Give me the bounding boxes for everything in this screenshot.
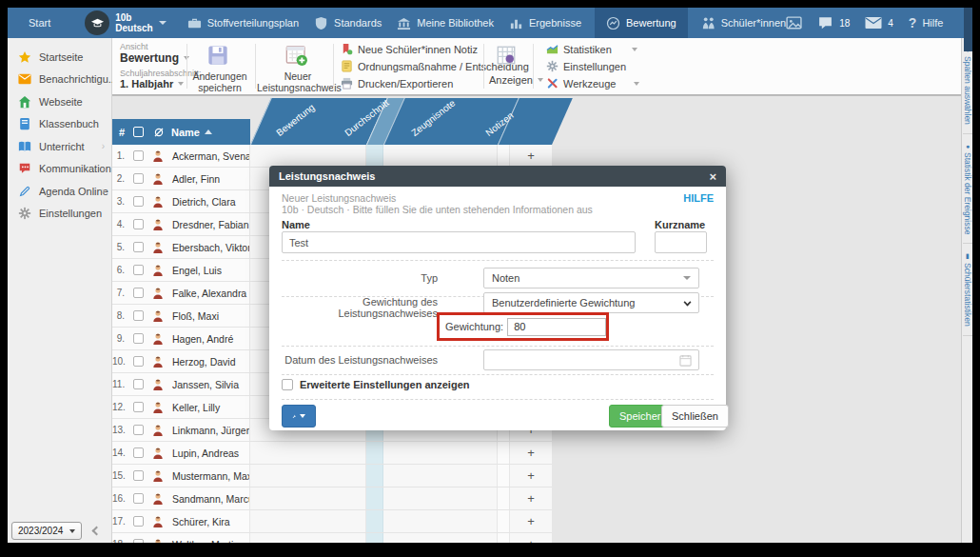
nav-start[interactable]: Start (29, 17, 50, 29)
bewertung-cell[interactable] (250, 510, 366, 532)
sidebar-item-klassenbuch[interactable]: Klassenbuch (8, 113, 111, 136)
sidebar-item-benachrichtigungen[interactable]: Benachrichtigu... (8, 69, 111, 91)
row-checkbox[interactable] (133, 219, 144, 229)
avatar[interactable] (150, 401, 165, 414)
avatar[interactable] (150, 355, 165, 368)
row-checkbox[interactable] (133, 288, 144, 298)
zeugnisnote-cell[interactable] (383, 487, 498, 509)
print-export-button[interactable]: Drucken/Exportieren (341, 77, 453, 90)
datum-input[interactable] (483, 349, 699, 370)
gewichtung-input[interactable]: 80 (507, 318, 606, 336)
nav-hilfe[interactable]: ? Hilfe (909, 15, 944, 30)
nav-stoffverteilungsplan[interactable]: Stoffverteilungsplan (187, 16, 299, 30)
sidebar-item-agenda[interactable]: Agenda Online › (8, 180, 111, 203)
typ-dropdown[interactable]: Noten (483, 268, 699, 288)
avatar[interactable] (150, 492, 165, 506)
student-name[interactable]: Dietrich, Clara (165, 190, 250, 212)
nav-schueler[interactable]: Schüler*innen (701, 16, 787, 30)
bewertung-cell[interactable] (250, 487, 366, 509)
row-checkbox[interactable] (133, 196, 144, 207)
student-name[interactable]: Falke, Alexandra (165, 282, 250, 304)
row-checkbox[interactable] (133, 242, 144, 252)
bewertung-cell[interactable] (250, 533, 366, 543)
schliessen-button[interactable]: Schließen (661, 405, 729, 428)
column-header-name[interactable]: Name (167, 127, 212, 138)
kurzname-input[interactable] (655, 231, 707, 253)
name-input[interactable]: Test (282, 231, 636, 253)
avatar[interactable] (150, 218, 165, 231)
row-checkbox[interactable] (133, 265, 144, 275)
student-name[interactable]: Lupin, Andreas (165, 442, 250, 464)
student-name[interactable]: Keller, Lilly (165, 396, 250, 418)
row-checkbox[interactable] (133, 150, 144, 161)
ansicht-dropdown[interactable]: Bewertung (120, 51, 202, 65)
chat-icon[interactable] (817, 15, 833, 31)
avatar[interactable] (150, 241, 165, 254)
student-name[interactable]: Linkmann, Jürgen (165, 419, 250, 441)
avatar[interactable] (150, 172, 165, 186)
zeugnisnote-cell[interactable] (383, 145, 498, 167)
erweitert-checkbox-row[interactable]: Erweiterte Einstellungen anzeigen (282, 379, 470, 390)
statistik-ereignisse-tab[interactable]: ● Statistik der Ereignisse (963, 134, 972, 244)
avatar[interactable] (150, 469, 165, 483)
student-name[interactable]: Mustermann, Max (165, 465, 250, 487)
gewichtung-dropdown[interactable]: Benutzerdefinierte Gewichtung (483, 292, 699, 313)
nav-standards[interactable]: Standards (314, 16, 382, 30)
new-note-button[interactable]: Neue Schüler*innen Notiz (341, 43, 478, 55)
add-note-button[interactable]: + (510, 465, 552, 487)
student-name[interactable]: Ackerman, Svena (165, 145, 250, 167)
add-note-button[interactable]: + (510, 510, 552, 532)
row-checkbox[interactable] (133, 356, 144, 367)
nav-bibliothek[interactable]: Meine Bibliothek (397, 16, 494, 30)
photo-toggle-icon[interactable] (150, 127, 167, 138)
close-icon[interactable]: × (709, 169, 716, 184)
zeugnisnote-cell[interactable] (383, 442, 498, 464)
sidebar-item-einstellungen[interactable]: Einstellungen (8, 203, 111, 226)
user-menu[interactable]: Sie sind angemeldet als Donna Schreiber (964, 8, 972, 51)
student-name[interactable]: Dresdner, Fabian (165, 213, 250, 235)
image-icon[interactable] (786, 15, 802, 31)
student-name[interactable]: Janssen, Silvia (165, 373, 250, 395)
add-note-button[interactable]: + (510, 487, 552, 509)
spalten-auswaehlen-tab[interactable]: ▼ Spalten auswählen (963, 38, 972, 134)
zeugnisnote-cell[interactable] (383, 533, 498, 543)
row-checkbox[interactable] (133, 539, 144, 543)
student-name[interactable]: Hagen, André (165, 328, 250, 349)
row-checkbox[interactable] (133, 310, 144, 321)
select-all-checkbox[interactable] (133, 127, 144, 137)
sidebar-item-webseite[interactable]: Webseite (8, 90, 111, 113)
avatar[interactable] (150, 538, 165, 544)
row-checkbox[interactable] (133, 448, 144, 458)
row-checkbox[interactable] (133, 493, 144, 504)
school-year-select[interactable]: 2023/2024 (11, 522, 82, 540)
avatar[interactable] (150, 149, 165, 163)
avatar[interactable] (150, 515, 165, 528)
avatar[interactable] (150, 447, 165, 460)
erweitert-checkbox[interactable] (282, 379, 293, 390)
row-checkbox[interactable] (133, 173, 144, 184)
avatar[interactable] (150, 378, 165, 391)
row-checkbox[interactable] (133, 402, 144, 412)
add-note-button[interactable]: + (510, 442, 552, 464)
student-name[interactable]: Walther, Martin (165, 533, 250, 543)
student-name[interactable]: Schürer, Kira (165, 510, 250, 532)
sidebar-item-startseite[interactable]: Startseite (8, 46, 111, 69)
bewertung-cell[interactable] (250, 442, 366, 464)
avatar[interactable] (150, 264, 165, 277)
class-selector[interactable]: 10b Deutsch (85, 10, 166, 35)
student-name[interactable]: Sandmann, Marcus (165, 487, 250, 509)
avatar[interactable] (150, 287, 165, 300)
student-name[interactable]: Floß, Maxi (165, 305, 250, 327)
hilfe-link[interactable]: HILFE (683, 192, 714, 204)
wrench-menu-button[interactable] (282, 405, 316, 428)
sidebar-item-unterricht[interactable]: Unterricht › (8, 135, 111, 158)
statistiken-dropdown[interactable]: Statistiken (546, 43, 637, 55)
bewertung-cell[interactable] (250, 465, 366, 487)
mail-icon[interactable] (865, 16, 882, 30)
einstellungen-button[interactable]: Einstellungen (546, 60, 626, 72)
row-checkbox[interactable] (133, 425, 144, 435)
avatar[interactable] (150, 332, 165, 346)
row-checkbox[interactable] (133, 470, 144, 481)
avatar[interactable] (150, 424, 165, 437)
add-note-button[interactable]: + (510, 145, 552, 167)
